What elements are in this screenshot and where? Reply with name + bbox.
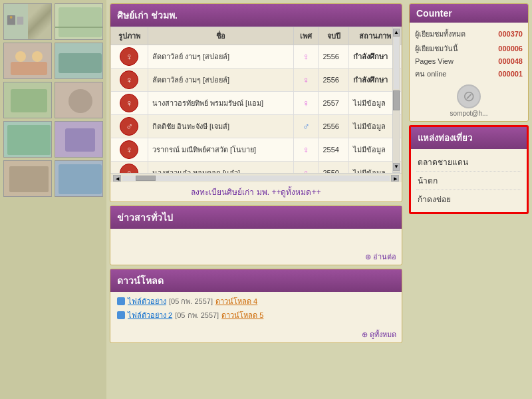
counter-row: ผู้เยียมชมทั้งหมด 000370 bbox=[415, 27, 523, 41]
counter-row: ผู้เยียมชมวันนี้ 000006 bbox=[415, 41, 523, 56]
tourist-item[interactable]: ตลาดชายแดน bbox=[416, 153, 521, 172]
download-filename[interactable]: ไฟล์ตัวอย่าง 2 bbox=[128, 309, 172, 321]
alumni-row[interactable]: ♀ วรากรณ์ มณีทิพย์ศาสวัต [โนบาย] ♀ 2554 … bbox=[111, 138, 402, 162]
download-action[interactable]: ดาวน์โหลด 4 bbox=[215, 295, 257, 307]
svg-rect-10 bbox=[11, 62, 47, 75]
sidebar-image-9[interactable] bbox=[3, 160, 52, 197]
alumni-row[interactable]: ♀ นางสาวแอ๋ว หอมดอก [แอ๋ว] ♀ 2550 ไม่มีข… bbox=[111, 162, 402, 174]
svg-rect-14 bbox=[11, 89, 47, 112]
counter-value: 000048 bbox=[498, 57, 523, 65]
svg-rect-20 bbox=[65, 128, 95, 152]
download-header: ดาวน์โหลด bbox=[110, 269, 402, 292]
sidebar-image-7[interactable] bbox=[3, 121, 52, 158]
svg-rect-18 bbox=[7, 125, 51, 155]
sidebar-image-4[interactable] bbox=[55, 43, 103, 79]
alumni-table: รูปภาพ ชื่อ เพศ จบปี สถานภาพ ♀ ลัดดาวัลย… bbox=[110, 27, 402, 173]
tourist-item[interactable]: ก้าดงข่อย bbox=[416, 190, 521, 208]
download-item[interactable]: ไฟล์ตัวอย่าง 2 [05 กพ. 2557] ดาวน์โหลด 5 bbox=[117, 309, 395, 321]
counter-avatar-area: ⊘ sompot@h... bbox=[415, 84, 523, 117]
sidebar-image-8[interactable] bbox=[55, 121, 103, 158]
download-date: [05 กพ. 2557] bbox=[169, 295, 213, 307]
alumni-section: ศิษย์เก่า ช่วมพ. รูปภาพ ชื่อ เพศ จบปี สถ… bbox=[110, 3, 402, 202]
file-icon bbox=[117, 297, 125, 305]
download-action[interactable]: ดาวน์โหลด 5 bbox=[221, 309, 263, 321]
sidebar-image-10[interactable] bbox=[55, 160, 103, 197]
col-name: ชื่อ bbox=[148, 27, 293, 45]
avatar-cell: ♀ bbox=[111, 92, 148, 115]
see-all[interactable]: ⊕ ดูทั้งหมด bbox=[110, 327, 402, 342]
svg-rect-2 bbox=[17, 17, 23, 25]
alumni-gender: ♀ bbox=[293, 92, 319, 115]
download-filename[interactable]: ไฟล์ตัวอย่าง bbox=[128, 295, 166, 307]
alumni-gender: ♀ bbox=[293, 162, 319, 174]
counter-row: คน online 000001 bbox=[415, 66, 523, 81]
counter-value: 000001 bbox=[498, 70, 523, 78]
alumni-year: 2556 bbox=[319, 68, 349, 92]
download-item[interactable]: ไฟล์ตัวอย่าง [05 กพ. 2557] ดาวน์โหลด 4 bbox=[117, 295, 395, 307]
svg-rect-24 bbox=[59, 164, 102, 194]
alumni-year: 2557 bbox=[319, 92, 349, 115]
tourist-box: แหล่งท่องเที่ยว ตลาดชายแดนน้าตกก้าดงข่อย bbox=[409, 125, 529, 214]
download-body: ไฟล์ตัวอย่าง [05 กพ. 2557] ดาวน์โหลด 4 ไ… bbox=[110, 292, 402, 327]
col-gender: เพศ bbox=[293, 27, 319, 45]
svg-rect-22 bbox=[9, 166, 49, 192]
sidebar-image-2[interactable] bbox=[55, 3, 103, 40]
counter-header: Counter bbox=[410, 4, 528, 23]
counter-label: Pages View bbox=[415, 57, 454, 65]
alumni-row[interactable]: ♂ กิตติชัย อินทะจังษี [เจมส์] ♂ 2556 ไม่… bbox=[111, 115, 402, 138]
avatar-cell: ♂ bbox=[111, 115, 148, 138]
sidebar-image-5[interactable] bbox=[3, 82, 52, 118]
news-header: ข่าวสารทั่วไป bbox=[110, 206, 402, 229]
svg-point-16 bbox=[68, 89, 92, 113]
alumni-title: ศิษย์เก่า ช่วมพ. bbox=[117, 10, 178, 21]
main-content: ศิษย์เก่า ช่วมพ. รูปภาพ ชื่อ เพศ จบปี สถ… bbox=[106, 0, 406, 399]
sidebar-image-3[interactable] bbox=[3, 43, 52, 79]
svg-point-8 bbox=[15, 51, 26, 62]
avatar-cell: ♀ bbox=[111, 68, 148, 92]
tourist-item[interactable]: น้าตก bbox=[416, 172, 521, 190]
counter-title: Counter bbox=[416, 8, 452, 19]
register-link[interactable]: ลงทะเบียนศิษย์เก่า มพ. ++ดูทั้งหมด++ bbox=[110, 182, 402, 201]
alumni-name: กิตติชัย อินทะจังษี [เจมส์] bbox=[148, 115, 293, 138]
alumni-name: นางสาวแอ๋ว หอมดอก [แอ๋ว] bbox=[148, 162, 293, 174]
tourist-title: แหล่งท่องเที่ยว bbox=[418, 133, 472, 143]
col-year: จบปี bbox=[319, 27, 349, 45]
alumni-row[interactable]: ♀ ลัดดาวัลย์ งามๆ [สปอยล์] ♀ 2556 กำลังศ… bbox=[111, 68, 402, 92]
sidebar-image-1[interactable] bbox=[3, 3, 52, 40]
alumni-gender: ♀ bbox=[293, 45, 319, 68]
download-section: ดาวน์โหลด ไฟล์ตัวอย่าง [05 กพ. 2557] ดาว… bbox=[110, 269, 402, 343]
avatar-cell: ♀ bbox=[111, 45, 148, 68]
alumni-name: นางสาวอรทัยทิพย์ พรมมรัษณ์ [แอม] bbox=[148, 92, 293, 115]
news-title: ข่าวสารทั่วไป bbox=[117, 212, 173, 223]
alumni-row[interactable]: ♀ ลัดดาวัลย์ งามๆ [สปอยล์] ♀ 2556 กำลังศ… bbox=[111, 45, 402, 68]
file-icon bbox=[117, 311, 125, 319]
sidebar-image-6[interactable] bbox=[55, 82, 103, 118]
counter-label: ผู้เยียมชมวันนี้ bbox=[415, 43, 458, 55]
alumni-year: 2556 bbox=[319, 45, 349, 68]
download-date: [05 กพ. 2557] bbox=[175, 309, 219, 321]
download-title: ดาวน์โหลด bbox=[117, 275, 164, 286]
alumni-name: วรากรณ์ มณีทิพย์ศาสวัต [โนบาย] bbox=[148, 138, 293, 162]
avatar-cell: ♀ bbox=[111, 162, 148, 174]
alumni-gender: ♀ bbox=[293, 68, 319, 92]
svg-rect-12 bbox=[59, 53, 102, 73]
col-photo: รูปภาพ bbox=[111, 27, 148, 45]
alumni-year: 2556 bbox=[319, 115, 349, 138]
counter-body: ผู้เยียมชมทั้งหมด 000370 ผู้เยียมชมวันนี… bbox=[410, 23, 528, 121]
right-sidebar: Counter ผู้เยียมชมทั้งหมด 000370 ผู้เยีย… bbox=[406, 0, 532, 399]
news-section: ข่าวสารทั่วไป ⊕ อ่านต่อ bbox=[110, 205, 402, 265]
tourist-body: ตลาดชายแดนน้าตกก้าดงข่อย bbox=[411, 149, 527, 212]
avatar-cell: ♀ bbox=[111, 138, 148, 162]
alumni-year: 2550 bbox=[319, 162, 349, 174]
counter-value: 000370 bbox=[498, 30, 523, 38]
counter-label: ผู้เยียมชมทั้งหมด bbox=[415, 28, 466, 40]
alumni-year: 2554 bbox=[319, 138, 349, 162]
svg-point-3 bbox=[10, 16, 13, 19]
left-sidebar bbox=[0, 0, 106, 399]
read-more[interactable]: ⊕ อ่านต่อ bbox=[110, 249, 402, 265]
alumni-name: ลัดดาวัลย์ งามๆ [สปอยล์] bbox=[148, 45, 293, 68]
alumni-row[interactable]: ♀ นางสาวอรทัยทิพย์ พรมมรัษณ์ [แอม] ♀ 255… bbox=[111, 92, 402, 115]
alumni-gender: ♀ bbox=[293, 138, 319, 162]
svg-rect-5 bbox=[59, 7, 102, 37]
counter-row: Pages View 000048 bbox=[415, 56, 523, 66]
